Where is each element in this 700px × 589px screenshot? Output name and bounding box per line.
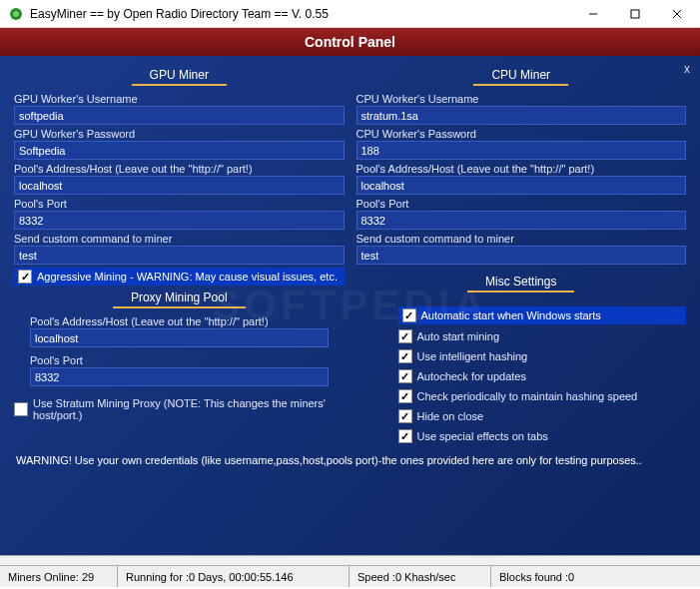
status-miners: Miners Online: 29 bbox=[0, 566, 118, 587]
proxy-title: Proxy Mining Pool bbox=[14, 289, 345, 308]
misc-label-2: Use intelligent hashing bbox=[417, 350, 528, 362]
main-panel: SOFTPEDIA x GPU Miner GPU Worker's Usern… bbox=[0, 56, 700, 555]
status-blocks: Blocks found :0 bbox=[491, 566, 700, 587]
aggressive-mining-checkbox[interactable] bbox=[18, 270, 32, 284]
gpu-port-label: Pool's Port bbox=[14, 197, 345, 211]
misc-item-2[interactable]: Use intelligent hashing bbox=[398, 348, 687, 364]
aggressive-mining-row[interactable]: Aggressive Mining - WARNING: May cause v… bbox=[14, 268, 345, 286]
gpu-password-label: GPU Worker's Password bbox=[14, 127, 345, 141]
header: Control Panel bbox=[0, 28, 700, 56]
gpu-host-label: Pool's Address/Host (Leave out the "http… bbox=[14, 162, 345, 176]
gpu-column: GPU Miner GPU Worker's Username GPU Work… bbox=[14, 64, 345, 448]
proxy-port-label: Pool's Port bbox=[30, 353, 329, 367]
gpu-port-input[interactable] bbox=[14, 211, 345, 230]
stratum-proxy-checkbox[interactable] bbox=[14, 402, 28, 416]
spacer bbox=[0, 555, 700, 565]
misc-item-1[interactable]: Auto start mining bbox=[398, 328, 687, 344]
cpu-host-input[interactable] bbox=[356, 176, 687, 195]
svg-rect-3 bbox=[631, 10, 639, 18]
cpu-username-label: CPU Worker's Username bbox=[356, 92, 687, 106]
app-icon bbox=[8, 6, 24, 22]
titlebar: EasyMiner == by Open Radio Directory Tea… bbox=[0, 0, 700, 28]
close-button[interactable] bbox=[656, 1, 698, 27]
statusbar: Miners Online: 29 Running for :0 Days, 0… bbox=[0, 565, 700, 587]
cpu-host-label: Pool's Address/Host (Leave out the "http… bbox=[356, 162, 687, 176]
svg-point-1 bbox=[13, 11, 19, 17]
gpu-username-label: GPU Worker's Username bbox=[14, 92, 345, 106]
proxy-host-label: Pool's Address/Host (Leave out the "http… bbox=[30, 314, 329, 328]
stratum-proxy-row[interactable]: Use Stratum Mining Proxy (NOTE: This cha… bbox=[14, 396, 345, 422]
misc-checkbox-2[interactable] bbox=[398, 349, 412, 363]
misc-checkbox-6[interactable] bbox=[398, 429, 412, 443]
gpu-host-input[interactable] bbox=[14, 176, 345, 195]
misc-item-0[interactable]: Automatic start when Windows starts bbox=[398, 306, 687, 324]
misc-label-5: Hide on close bbox=[417, 410, 484, 422]
cpu-cmd-label: Send custom command to miner bbox=[356, 232, 687, 246]
misc-checkbox-4[interactable] bbox=[398, 389, 412, 403]
misc-item-4[interactable]: Check periodically to maintain hashing s… bbox=[398, 388, 687, 404]
minimize-button[interactable] bbox=[572, 1, 614, 27]
misc-item-5[interactable]: Hide on close bbox=[398, 408, 687, 424]
proxy-host-input[interactable] bbox=[30, 328, 329, 347]
panel-close-icon[interactable]: x bbox=[684, 62, 690, 76]
misc-label-3: Autocheck for updates bbox=[417, 370, 526, 382]
status-speed: Speed :0 Khash/sec bbox=[350, 566, 491, 587]
misc-label-0: Automatic start when Windows starts bbox=[421, 309, 601, 321]
cpu-password-input[interactable] bbox=[356, 141, 687, 160]
cpu-username-input[interactable] bbox=[356, 106, 687, 125]
misc-label-4: Check periodically to maintain hashing s… bbox=[417, 390, 638, 402]
warning-text: WARNING! Use your own credentials (like … bbox=[14, 448, 686, 472]
misc-item-3[interactable]: Autocheck for updates bbox=[398, 368, 687, 384]
gpu-password-input[interactable] bbox=[14, 141, 345, 160]
cpu-cmd-input[interactable] bbox=[356, 246, 687, 265]
misc-title: Misc Settings bbox=[356, 273, 687, 293]
cpu-password-label: CPU Worker's Password bbox=[356, 127, 687, 141]
maximize-button[interactable] bbox=[614, 1, 656, 27]
gpu-cmd-input[interactable] bbox=[14, 246, 345, 265]
cpu-title: CPU Miner bbox=[356, 66, 687, 86]
window-title: EasyMiner == by Open Radio Directory Tea… bbox=[30, 7, 572, 21]
proxy-port-input[interactable] bbox=[30, 367, 329, 386]
misc-settings-list: Automatic start when Windows startsAuto … bbox=[356, 298, 687, 444]
cpu-column: CPU Miner CPU Worker's Username CPU Work… bbox=[356, 64, 687, 448]
misc-item-6[interactable]: Use special effects on tabs bbox=[398, 428, 687, 444]
misc-checkbox-5[interactable] bbox=[398, 409, 412, 423]
status-running: Running for :0 Days, 00:00:55.146 bbox=[118, 566, 350, 587]
cpu-port-label: Pool's Port bbox=[356, 197, 687, 211]
gpu-cmd-label: Send custom command to miner bbox=[14, 232, 345, 246]
gpu-username-input[interactable] bbox=[14, 106, 345, 125]
cpu-port-input[interactable] bbox=[356, 211, 687, 230]
aggressive-mining-label: Aggressive Mining - WARNING: May cause v… bbox=[37, 271, 338, 283]
misc-label-1: Auto start mining bbox=[417, 330, 500, 342]
misc-checkbox-0[interactable] bbox=[402, 308, 416, 322]
misc-checkbox-1[interactable] bbox=[398, 329, 412, 343]
misc-checkbox-3[interactable] bbox=[398, 369, 412, 383]
misc-label-6: Use special effects on tabs bbox=[417, 430, 548, 442]
gpu-title: GPU Miner bbox=[14, 66, 345, 86]
stratum-proxy-label: Use Stratum Mining Proxy (NOTE: This cha… bbox=[33, 397, 345, 421]
